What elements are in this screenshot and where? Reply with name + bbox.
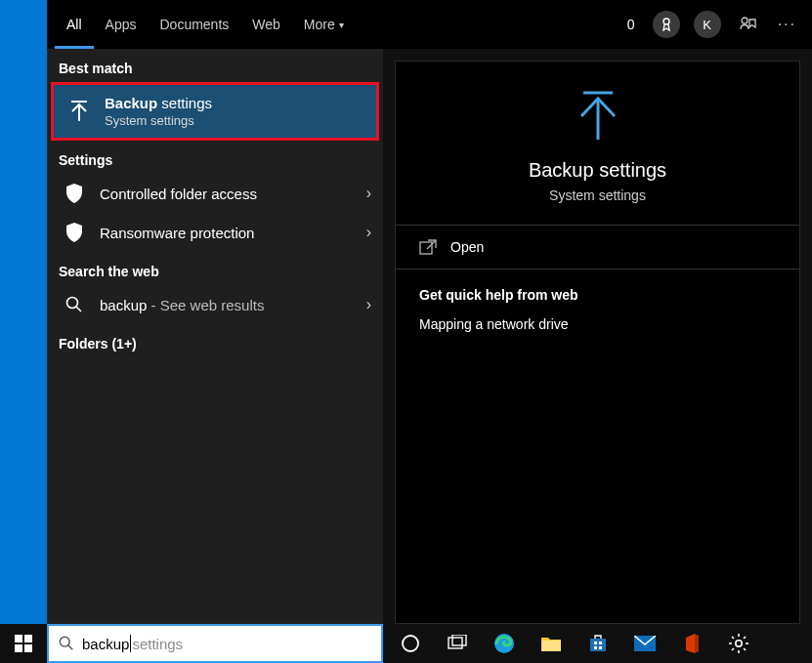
desktop-strip [0,0,47,624]
svg-rect-22 [594,642,597,644]
rewards-count: 0 [627,17,635,32]
user-avatar[interactable]: K [694,11,721,38]
svg-rect-12 [15,644,22,652]
feedback-icon[interactable] [735,12,760,37]
section-folders: Folders (1+) [47,324,383,363]
office-icon[interactable] [668,624,715,663]
detail-card: Backup settings System settings Open Get… [395,61,800,624]
result-title: Backup settings [105,95,366,111]
svg-point-2 [67,298,78,309]
result-subtitle: System settings [105,113,366,128]
section-settings: Settings [47,141,383,174]
svg-rect-24 [594,646,597,649]
tab-web[interactable]: Web [240,0,292,49]
shield-icon [59,223,90,242]
result-web-search[interactable]: backup - See web results › [47,285,383,324]
search-text: backupsettings [82,635,183,652]
section-search-web: Search the web [47,252,383,285]
chevron-down-icon: ▾ [339,20,344,30]
top-bar: 0 K ··· [383,0,812,49]
rewards-icon[interactable] [653,11,680,38]
detail-panel: 0 K ··· Backup settings System settings … [383,0,812,624]
svg-point-4 [663,19,669,24]
svg-rect-20 [541,641,561,651]
svg-line-33 [744,648,746,650]
result-title: Ransomware protection [100,225,366,241]
detail-hero: Backup settings System settings [396,62,799,226]
svg-line-15 [68,645,72,649]
search-icon [59,296,90,313]
svg-rect-10 [15,635,22,642]
taskbar: backupsettings [0,624,812,663]
mail-icon[interactable] [621,624,668,663]
detail-subtitle: System settings [549,187,646,203]
windows-icon [15,635,32,652]
tab-more[interactable]: More ▾ [292,0,356,49]
tab-documents[interactable]: Documents [148,0,240,49]
svg-point-16 [403,636,418,651]
start-button[interactable] [0,624,47,663]
svg-rect-18 [452,635,466,645]
quick-help-heading: Get quick help from web [419,287,776,303]
result-backup-settings[interactable]: Backup settings System settings [51,82,379,141]
svg-rect-8 [420,242,432,254]
svg-rect-13 [24,644,32,652]
svg-line-35 [732,648,734,650]
cortana-icon[interactable] [387,624,434,663]
tab-more-label: More [304,17,335,32]
file-explorer-icon[interactable] [528,624,575,663]
chevron-right-icon: › [366,296,371,313]
search-tabs: All Apps Documents Web More ▾ [47,0,383,49]
open-button[interactable]: Open [396,226,799,269]
search-icon [59,636,74,651]
svg-line-32 [732,637,734,639]
svg-line-3 [76,307,81,311]
backup-arrow-icon [64,100,95,123]
microsoft-store-icon[interactable] [575,624,621,663]
svg-rect-11 [24,635,32,642]
backup-arrow-icon [574,89,622,144]
taskbar-search-input[interactable]: backupsettings [47,624,383,663]
task-view-icon[interactable] [434,624,481,663]
search-results-panel: All Apps Documents Web More ▾ Best match… [47,0,383,624]
result-ransomware-protection[interactable]: Ransomware protection › [47,213,383,252]
open-label: Open [450,239,484,255]
shield-icon [59,184,90,203]
svg-point-5 [742,18,748,23]
result-title: Controlled folder access [100,186,366,202]
result-controlled-folder-access[interactable]: Controlled folder access › [47,174,383,213]
svg-rect-17 [449,638,462,648]
svg-rect-21 [590,639,606,651]
section-best-match: Best match [47,49,383,82]
svg-point-27 [736,641,742,646]
tab-all[interactable]: All [55,0,94,49]
settings-icon[interactable] [715,624,762,663]
taskbar-icons [387,624,762,663]
detail-title: Backup settings [529,159,666,182]
result-title: backup - See web results [100,297,366,313]
svg-rect-23 [599,642,602,644]
tab-apps[interactable]: Apps [94,0,149,49]
chevron-right-icon: › [366,224,371,241]
svg-rect-25 [599,646,602,649]
more-options-icon[interactable]: ··· [774,12,800,37]
svg-point-14 [60,637,69,646]
svg-line-34 [744,637,746,639]
help-link-mapping-drive[interactable]: Mapping a network drive [419,316,776,332]
chevron-right-icon: › [366,185,371,202]
open-icon [419,239,437,255]
edge-icon[interactable] [481,624,528,663]
text-caret [130,635,131,652]
